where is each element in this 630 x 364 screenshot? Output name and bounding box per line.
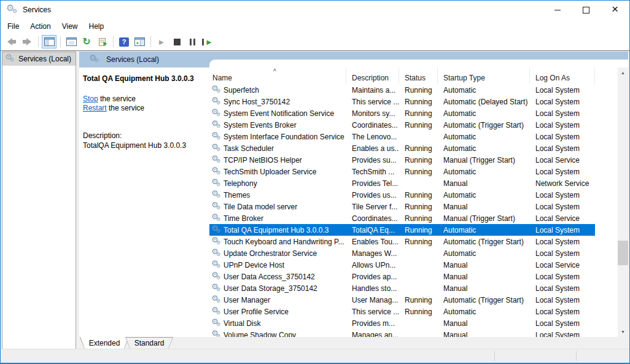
- minimize-button[interactable]: [543, 1, 572, 19]
- tab-extended[interactable]: Extended: [80, 337, 129, 349]
- service-name-cell: System Interface Foundation Service: [209, 132, 346, 141]
- minimize-icon: [554, 10, 561, 10]
- table-row[interactable]: Tile Data model server Tile Server f... …: [209, 201, 595, 212]
- table-row[interactable]: Update Orchestrator Service Manages W...…: [209, 247, 595, 259]
- pause-service-button[interactable]: [185, 35, 200, 48]
- service-name: User Profile Service: [224, 308, 346, 316]
- service-name-cell: System Events Broker: [209, 120, 346, 130]
- table-row[interactable]: TechSmith Uploader Service TechSmith ...…: [209, 166, 595, 177]
- service-status: Running: [399, 144, 438, 153]
- restart-service-button[interactable]: [200, 35, 215, 48]
- close-button[interactable]: [601, 1, 629, 19]
- table-row[interactable]: Virtual Disk Provides m... Manual Local …: [209, 317, 595, 329]
- service-startup-type: Automatic: [438, 86, 530, 95]
- column-header-log-on-as[interactable]: Log On As: [530, 68, 595, 84]
- column-header-name[interactable]: Name: [209, 68, 346, 84]
- start-service-button[interactable]: [154, 35, 169, 48]
- restart-service-link[interactable]: Restart: [83, 104, 107, 112]
- service-description: User Manag...: [346, 296, 399, 304]
- table-row[interactable]: System Event Notification Service Monito…: [209, 107, 595, 119]
- table-row[interactable]: System Interface Foundation Service The …: [209, 131, 595, 142]
- table-row[interactable]: Volume Shadow Copy Manages an... Manual …: [209, 329, 595, 337]
- help-button[interactable]: [117, 35, 131, 48]
- show-console-tree-button[interactable]: [42, 35, 56, 48]
- status-bar-divider: [576, 351, 577, 361]
- scroll-up-icon[interactable]: [618, 68, 628, 78]
- properties-button[interactable]: [64, 35, 79, 48]
- maximize-button[interactable]: [572, 1, 601, 19]
- service-name: TCP/IP NetBIOS Helper: [224, 156, 346, 165]
- pause-service-icon: [189, 39, 196, 45]
- service-name-cell: TCP/IP NetBIOS Helper: [209, 155, 346, 165]
- service-name-cell: Virtual Disk: [209, 319, 346, 328]
- service-name-cell: Telephony: [209, 179, 346, 188]
- service-name: Superfetch: [224, 86, 346, 95]
- show-action-pane-icon: [134, 37, 145, 46]
- table-row[interactable]: TCP/IP NetBIOS Helper Provides su... Run…: [209, 154, 595, 166]
- service-status: Running: [399, 226, 438, 234]
- service-status: Running: [399, 191, 438, 199]
- table-row[interactable]: Task Scheduler Enables a us... Running A…: [209, 142, 595, 154]
- service-log-on-as: Local System: [530, 226, 595, 234]
- service-gear-icon: [211, 249, 222, 258]
- close-icon: [612, 4, 618, 15]
- help-icon: [119, 37, 129, 47]
- service-startup-type: Manual (Trigger Start): [438, 156, 530, 165]
- refresh-button[interactable]: [79, 35, 94, 48]
- tree-item-label: Services (Local): [18, 55, 71, 63]
- service-name-cell: System Event Notification Service: [209, 109, 346, 118]
- menu-view[interactable]: View: [56, 20, 84, 33]
- forward-button[interactable]: [20, 35, 34, 48]
- service-description: TechSmith ...: [346, 168, 399, 176]
- table-row[interactable]: Touch Keyboard and Handwriting P... Enab…: [209, 236, 595, 247]
- service-gear-icon: [211, 284, 222, 293]
- service-description: Provides su...: [346, 156, 399, 165]
- service-log-on-as: Local System: [530, 168, 595, 176]
- console-tree-panel: Services (Local): [2, 52, 76, 349]
- service-startup-type: Automatic (Delayed Start): [438, 98, 530, 106]
- table-row[interactable]: Telephony Provides Tel... Manual Network…: [209, 177, 595, 189]
- menu-help[interactable]: Help: [84, 20, 110, 33]
- service-name: User Data Access_3750142: [224, 273, 346, 281]
- table-row[interactable]: UPnP Device Host Allows UPn... Manual Lo…: [209, 259, 595, 271]
- menu-file[interactable]: File: [2, 20, 25, 33]
- stop-service-button[interactable]: [169, 35, 184, 48]
- menu-bar: File Action View Help: [1, 19, 629, 33]
- column-header-status[interactable]: Status: [399, 68, 438, 84]
- service-gear-icon: [211, 132, 222, 141]
- service-log-on-as: Local System: [530, 191, 595, 199]
- column-header-description[interactable]: Description: [346, 68, 399, 84]
- service-name: Volume Shadow Copy: [224, 331, 346, 338]
- table-row[interactable]: Superfetch Maintains a... Running Automa…: [209, 84, 595, 96]
- scrollbar-thumb[interactable]: [618, 241, 628, 265]
- table-row[interactable]: User Data Storage_3750142 Handles sto...…: [209, 282, 595, 294]
- service-name-cell: Task Scheduler: [209, 144, 346, 153]
- tab-standard[interactable]: Standard: [125, 337, 173, 349]
- table-row[interactable]: User Data Access_3750142 Provides ap... …: [209, 271, 595, 282]
- show-action-pane-button[interactable]: [132, 35, 147, 48]
- export-list-button[interactable]: [95, 35, 109, 48]
- table-row[interactable]: User Profile Service This service ... Ru…: [209, 306, 595, 317]
- back-button[interactable]: [4, 35, 19, 48]
- column-header-startup-type[interactable]: Startup Type: [438, 68, 530, 84]
- service-log-on-as: Local System: [530, 109, 595, 118]
- start-service-icon: [158, 36, 166, 47]
- scroll-down-icon[interactable]: [618, 327, 628, 337]
- toolbar-separator: [60, 36, 61, 47]
- service-name-cell: Tile Data model server: [209, 202, 346, 211]
- table-row[interactable]: Total QA Equipment Hub 3.0.0.3 TotalQA E…: [209, 224, 595, 236]
- tree-item-services-local[interactable]: Services (Local): [2, 52, 76, 66]
- maximize-icon: [583, 7, 589, 14]
- service-gear-icon: [211, 167, 222, 176]
- table-row[interactable]: Themes Provides us... Running Automatic …: [209, 189, 595, 201]
- table-row[interactable]: System Events Broker Coordinates... Runn…: [209, 119, 595, 131]
- list-scrollbar[interactable]: [618, 68, 628, 337]
- table-row[interactable]: User Manager User Manag... Running Autom…: [209, 294, 595, 306]
- table-row[interactable]: Time Broker Coordinates... Running Manua…: [209, 212, 595, 224]
- services-node-icon: [5, 54, 16, 64]
- service-name-cell: Themes: [209, 190, 346, 199]
- stop-service-link[interactable]: Stop: [83, 95, 98, 103]
- service-startup-type: Manual: [438, 273, 530, 281]
- table-row[interactable]: Sync Host_3750142 This service ... Runni…: [209, 96, 595, 107]
- menu-action[interactable]: Action: [25, 20, 56, 33]
